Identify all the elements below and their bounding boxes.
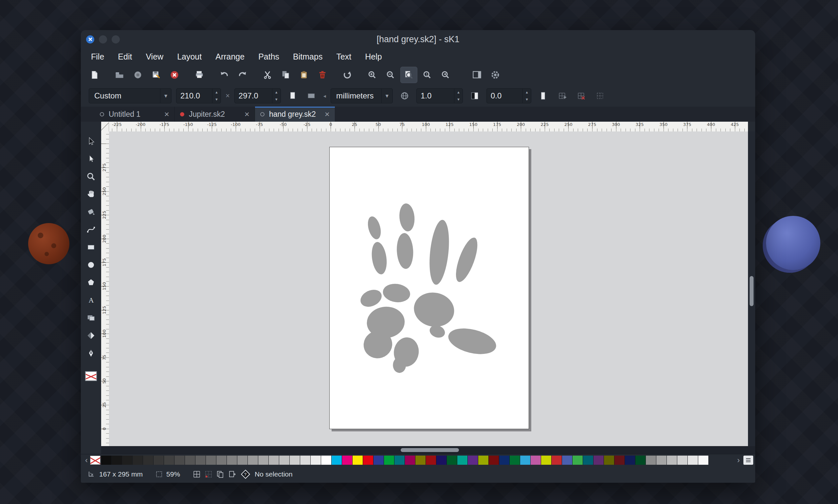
zoom-previous-button[interactable] bbox=[437, 67, 454, 83]
palette-scroll-right-button[interactable]: › bbox=[735, 455, 742, 465]
tab-close-icon[interactable]: × bbox=[245, 110, 249, 119]
color-swatch[interactable] bbox=[237, 455, 248, 465]
color-swatch[interactable] bbox=[562, 455, 573, 465]
menu-file[interactable]: File bbox=[84, 49, 111, 65]
color-swatch[interactable] bbox=[583, 455, 593, 465]
orientation-portrait-button[interactable] bbox=[285, 88, 300, 103]
tab-close-icon[interactable]: × bbox=[164, 110, 169, 119]
color-swatch[interactable] bbox=[520, 455, 530, 465]
color-swatch[interactable] bbox=[395, 455, 405, 465]
print-button[interactable] bbox=[191, 67, 208, 83]
color-swatch[interactable] bbox=[499, 455, 510, 465]
zoom-tool[interactable] bbox=[83, 169, 99, 184]
page-frame-button[interactable] bbox=[468, 88, 482, 103]
color-swatch[interactable] bbox=[415, 455, 426, 465]
color-swatch[interactable] bbox=[614, 455, 625, 465]
color-swatch[interactable] bbox=[227, 455, 237, 465]
pan-tool[interactable] bbox=[83, 186, 99, 202]
color-swatch[interactable] bbox=[447, 455, 457, 465]
palette-scroll-left-button[interactable]: ‹ bbox=[83, 455, 90, 465]
text-tool[interactable]: A bbox=[83, 292, 99, 308]
color-swatch[interactable] bbox=[206, 455, 216, 465]
shape-edit-tool[interactable] bbox=[83, 151, 99, 167]
color-swatch[interactable] bbox=[174, 455, 185, 465]
color-swatch[interactable] bbox=[489, 455, 499, 465]
tab-hand-grey[interactable]: hand grey.sk2 × bbox=[255, 107, 335, 122]
gradient-tool[interactable] bbox=[83, 328, 99, 343]
grid-toggle-icon[interactable] bbox=[192, 470, 201, 479]
color-swatch[interactable] bbox=[656, 455, 667, 465]
color-swatch[interactable] bbox=[279, 455, 290, 465]
picture-tool[interactable] bbox=[83, 310, 99, 326]
color-swatch[interactable] bbox=[195, 455, 206, 465]
canvas[interactable] bbox=[109, 131, 748, 446]
tab-jupiter[interactable]: Jupiter.sk2 × bbox=[175, 107, 255, 122]
titlebar[interactable]: [hand grey.sk2] - sK1 bbox=[81, 30, 755, 49]
color-swatch[interactable] bbox=[332, 455, 342, 465]
color-swatch[interactable] bbox=[248, 455, 258, 465]
zoom-page-button[interactable] bbox=[400, 67, 417, 83]
delete-button[interactable] bbox=[314, 67, 331, 83]
color-swatch[interactable] bbox=[688, 455, 698, 465]
refresh-button[interactable] bbox=[339, 67, 356, 83]
color-swatch[interactable] bbox=[667, 455, 677, 465]
window-close-button[interactable] bbox=[86, 35, 94, 43]
page-height-field[interactable]: 297.0 ▴▾ bbox=[234, 88, 281, 103]
color-swatch[interactable] bbox=[143, 455, 154, 465]
document-page[interactable] bbox=[329, 147, 529, 429]
handprint-graphic[interactable] bbox=[330, 147, 529, 429]
menu-arrange[interactable]: Arrange bbox=[209, 49, 251, 65]
spin-up-icon[interactable]: ▴ bbox=[272, 89, 281, 96]
color-swatch[interactable] bbox=[384, 455, 395, 465]
color-swatch[interactable] bbox=[593, 455, 604, 465]
page-flip-icon[interactable] bbox=[228, 470, 236, 479]
snap-to-guides-button[interactable] bbox=[593, 88, 607, 103]
menu-bitmaps[interactable]: Bitmaps bbox=[286, 49, 329, 65]
new-document-button[interactable] bbox=[86, 67, 103, 83]
properties-panel-button[interactable] bbox=[468, 67, 486, 83]
spin-up-icon[interactable]: ▴ bbox=[523, 89, 531, 96]
paste-button[interactable] bbox=[296, 67, 313, 83]
select-tool[interactable] bbox=[83, 133, 99, 149]
color-swatch[interactable] bbox=[426, 455, 436, 465]
color-swatch[interactable] bbox=[677, 455, 688, 465]
color-swatch[interactable] bbox=[111, 455, 122, 465]
units-select[interactable]: millimeters ▾ bbox=[331, 88, 393, 103]
color-swatch[interactable] bbox=[269, 455, 279, 465]
zoom-100-button[interactable]: 1 bbox=[419, 67, 436, 83]
orientation-landscape-button[interactable] bbox=[304, 88, 319, 103]
color-swatch[interactable] bbox=[101, 455, 111, 465]
color-swatch[interactable] bbox=[290, 455, 300, 465]
snap-to-grid-button[interactable] bbox=[574, 88, 588, 103]
rectangle-tool[interactable] bbox=[83, 239, 99, 255]
zoom-in-button[interactable] bbox=[364, 67, 381, 83]
color-swatch[interactable] bbox=[133, 455, 143, 465]
color-swatch[interactable] bbox=[635, 455, 646, 465]
close-document-button[interactable] bbox=[166, 67, 183, 83]
color-swatch[interactable] bbox=[625, 455, 635, 465]
snap-to-page-button[interactable] bbox=[555, 88, 569, 103]
color-swatch[interactable] bbox=[154, 455, 164, 465]
snap-indicator-icon[interactable] bbox=[204, 470, 213, 479]
fill-tool[interactable] bbox=[83, 204, 99, 220]
pages-icon[interactable] bbox=[216, 470, 225, 479]
pen-tool[interactable] bbox=[83, 345, 99, 361]
tab-close-icon[interactable]: × bbox=[325, 110, 330, 119]
copy-button[interactable] bbox=[277, 67, 294, 83]
tab-untitled-1[interactable]: Untitled 1 × bbox=[94, 107, 175, 122]
color-swatch[interactable] bbox=[436, 455, 447, 465]
spin-down-icon[interactable]: ▾ bbox=[523, 96, 531, 103]
color-swatch[interactable] bbox=[342, 455, 352, 465]
spin-down-icon[interactable]: ▾ bbox=[212, 96, 221, 103]
angle-field[interactable]: 0.0 ▴▾ bbox=[486, 88, 531, 103]
undo-button[interactable] bbox=[216, 67, 233, 83]
polygon-tool[interactable] bbox=[83, 275, 99, 290]
palette-menu-button[interactable] bbox=[744, 455, 753, 465]
color-swatch[interactable] bbox=[478, 455, 489, 465]
scale-field[interactable]: 1.0 ▴▾ bbox=[416, 88, 463, 103]
page-format-select[interactable]: Custom ▾ bbox=[89, 88, 172, 103]
color-swatch[interactable] bbox=[373, 455, 384, 465]
color-swatch[interactable] bbox=[646, 455, 656, 465]
color-swatch[interactable] bbox=[363, 455, 373, 465]
spin-down-icon[interactable]: ▾ bbox=[454, 96, 462, 103]
